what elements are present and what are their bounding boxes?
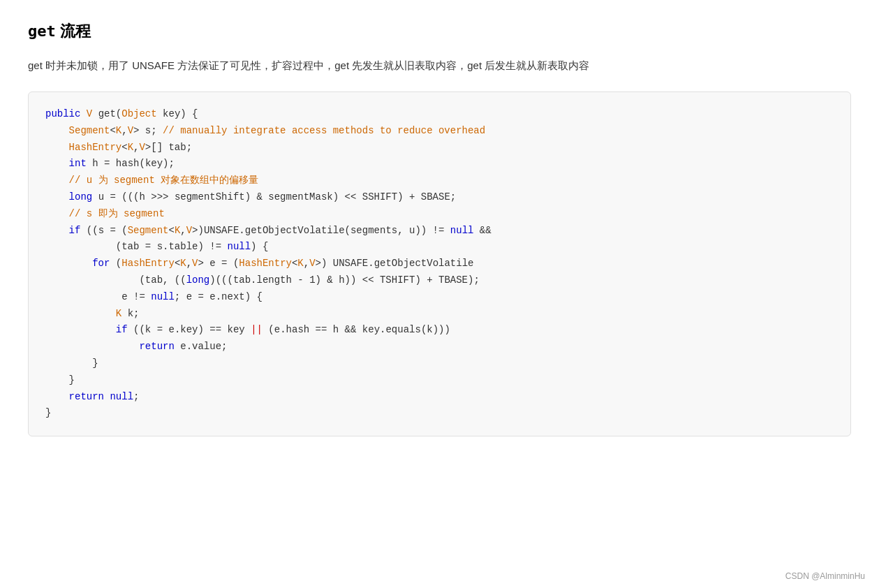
code-block: public V get(Object key) { Segment<K,V> … (28, 91, 851, 436)
description: get 时并未加锁，用了 UNSAFE 方法保证了可见性，扩容过程中，get 先… (28, 56, 851, 75)
code-line-19: } (45, 405, 834, 422)
code-line-4: int h = hash(key); (45, 156, 834, 172)
code-line-14: if ((k = e.key) == key || (e.hash == h &… (45, 322, 834, 339)
code-line-17: } (45, 372, 834, 389)
footer: CSDN @AlminminHu (785, 571, 865, 581)
title-code: get (28, 22, 56, 40)
code-line-3: HashEntry<K,V>[] tab; (45, 140, 834, 156)
code-line-18: return null; (45, 389, 834, 406)
code-line-2: Segment<K,V> s; // manually integrate ac… (45, 123, 834, 140)
code-line-12: e != null; e = e.next) { (45, 289, 834, 306)
code-line-13: K k; (45, 306, 834, 323)
code-line-8: if ((s = (Segment<K,V>)UNSAFE.getObjectV… (45, 223, 834, 240)
code-line-10: for (HashEntry<K,V> e = (HashEntry<K,V>)… (45, 256, 834, 272)
code-line-6: long u = (((h >>> segmentShift) & segmen… (45, 189, 834, 206)
code-line-16: } (45, 355, 834, 372)
code-line-9: (tab = s.table) != null) { (45, 239, 834, 256)
code-line-7: // s 即为 segment (45, 206, 834, 223)
code-line-5: // u 为 segment 对象在数组中的偏移量 (45, 172, 834, 189)
title-text: 流程 (60, 22, 91, 40)
code-line-15: return e.value; (45, 339, 834, 355)
code-line-1: public V get(Object key) { (45, 106, 834, 123)
code-line-11: (tab, ((long)(((tab.length - 1) & h)) <<… (45, 272, 834, 289)
page-title: get 流程 (28, 21, 851, 42)
